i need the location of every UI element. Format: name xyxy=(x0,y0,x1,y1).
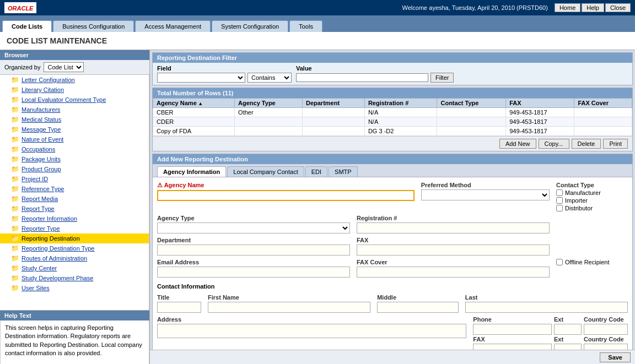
col-department[interactable]: Department xyxy=(302,99,364,108)
registration-input[interactable] xyxy=(357,222,550,233)
tree-item[interactable]: 📁Product Group xyxy=(0,164,149,174)
filter-body: Field Agency Name Agency Type Department… xyxy=(153,63,632,85)
address-input[interactable] xyxy=(157,324,466,338)
department-input[interactable] xyxy=(157,245,350,256)
tree-item-label: Reporter Information xyxy=(21,215,77,222)
col-fax-cover[interactable]: FAX Cover xyxy=(574,99,632,108)
preferred-method-select[interactable] xyxy=(421,189,550,200)
tree-item[interactable]: 📁Reference Type xyxy=(0,184,149,194)
offline-checkbox[interactable] xyxy=(556,259,563,265)
fax-input[interactable] xyxy=(357,245,550,256)
tree-item[interactable]: 📁Reporter Information xyxy=(0,214,149,224)
cell-agency-type: Other xyxy=(235,108,303,117)
middle-input[interactable] xyxy=(377,302,459,313)
filter-value-input[interactable] xyxy=(296,73,428,82)
tab-edi[interactable]: EDI xyxy=(305,166,327,177)
filter-section: Reporting Destination Filter Field Agenc… xyxy=(152,52,633,85)
help-button[interactable]: Help xyxy=(582,3,604,12)
tree-item[interactable]: 📁Reporting Destination xyxy=(0,233,149,243)
value-col: Value Filter xyxy=(296,65,628,83)
tab-tools[interactable]: Tools xyxy=(289,20,322,32)
country-code-input[interactable] xyxy=(584,324,628,335)
manufacturer-checkbox[interactable] xyxy=(556,189,563,196)
cell-fax: 949-453-1817 xyxy=(506,108,574,117)
tree-item[interactable]: 📁Message Type xyxy=(0,124,149,134)
tree-item[interactable]: 📁Medical Status xyxy=(0,115,149,124)
phone-input[interactable] xyxy=(473,324,552,335)
tab-smtp[interactable]: SMTP xyxy=(329,166,358,177)
importer-checkbox[interactable] xyxy=(556,197,563,204)
home-button[interactable]: Home xyxy=(555,3,580,12)
ext-input[interactable] xyxy=(554,324,582,335)
first-name-input[interactable] xyxy=(208,302,370,313)
close-button[interactable]: Close xyxy=(605,3,631,12)
tab-local-company[interactable]: Local Company Contact xyxy=(227,166,304,177)
tree-item[interactable]: 📁Project ID xyxy=(0,174,149,184)
top-right: Welcome ayesha, Tuesday, April 20, 2010 … xyxy=(402,3,631,12)
title-input[interactable] xyxy=(157,302,201,313)
tree-item[interactable]: 📁Literary Citation xyxy=(0,85,149,95)
folder-icon: 📁 xyxy=(11,135,19,143)
tab-code-lists[interactable]: Code Lists xyxy=(2,20,52,32)
tree-item[interactable]: 📁Manufacturers xyxy=(0,105,149,115)
tree-item[interactable]: 📁Package Units xyxy=(0,154,149,164)
contains-select[interactable]: Contains Starts With Equals xyxy=(247,73,292,83)
tree-list: 📁Letter Configuration📁Literary Citation📁… xyxy=(0,75,149,310)
agency-name-input[interactable] xyxy=(157,190,415,201)
table-row[interactable]: CBER Other N/A 949-453-1817 xyxy=(153,108,632,117)
col-contact-type[interactable]: Contact Type xyxy=(437,99,506,108)
fax2-label: FAX xyxy=(473,336,552,343)
top-bar: ORACLE Welcome ayesha, Tuesday, April 20… xyxy=(0,0,635,15)
cell-fax: 949-453-1817 xyxy=(506,117,574,127)
col-agency-type[interactable]: Agency Type xyxy=(235,99,303,108)
organized-by-select[interactable]: Code List xyxy=(44,62,84,72)
tree-item[interactable]: 📁Study Development Phase xyxy=(0,273,149,283)
folder-icon: 📁 xyxy=(11,116,19,123)
welcome-text: Welcome ayesha, Tuesday, April 20, 2010 … xyxy=(402,4,548,11)
ext2-input[interactable] xyxy=(554,344,582,350)
tab-access-management[interactable]: Access Management xyxy=(135,20,211,32)
registration-group: Registration # xyxy=(357,215,550,233)
tree-item-label: Reporting Destination Type xyxy=(21,245,95,252)
tree-item[interactable]: 📁User Sites xyxy=(0,283,149,293)
country-code-label: Country Code xyxy=(584,316,628,323)
tree-item[interactable]: 📁Occupations xyxy=(0,144,149,154)
agency-type-select[interactable] xyxy=(157,222,350,233)
tree-item[interactable]: 📁Local Evaluator Comment Type xyxy=(0,95,149,105)
tree-item[interactable]: 📁Study Center xyxy=(0,263,149,273)
fax2-input[interactable] xyxy=(473,344,552,350)
tree-item[interactable]: 📁Reporting Destination Type xyxy=(0,243,149,253)
tree-item[interactable]: 📁Report Media xyxy=(0,194,149,204)
country-code2-input[interactable] xyxy=(584,344,628,350)
delete-button[interactable]: Delete xyxy=(572,139,601,149)
col-fax[interactable]: FAX xyxy=(506,99,574,108)
last-input[interactable] xyxy=(465,302,628,313)
tree-item[interactable]: 📁Nature of Event xyxy=(0,134,149,144)
add-new-body: ⚠ Agency Name Preferred Method xyxy=(153,177,632,350)
filter-button[interactable]: Filter xyxy=(430,73,454,83)
tab-business-config[interactable]: Business Configuration xyxy=(53,20,134,32)
save-button[interactable]: Save xyxy=(600,352,631,362)
phone-label: Phone xyxy=(473,316,552,323)
tree-item[interactable]: 📁Letter Configuration xyxy=(0,75,149,85)
col-registration[interactable]: Registration # xyxy=(364,99,437,108)
tab-agency-info[interactable]: Agency Information xyxy=(157,166,226,177)
folder-icon: 📁 xyxy=(11,175,19,183)
print-button[interactable]: Print xyxy=(603,139,628,149)
table-row[interactable]: Copy of FDA DG 3 -D2 949-453-1817 xyxy=(153,127,632,136)
field-select[interactable]: Agency Name Agency Type Department Regis… xyxy=(157,73,245,83)
tree-item[interactable]: 📁Report Type xyxy=(0,204,149,214)
distributor-checkbox[interactable] xyxy=(556,205,563,211)
email-input[interactable] xyxy=(157,267,350,278)
table-section: Total Number of Rows (11) Agency Name Ag… xyxy=(152,88,633,151)
title-group: Title xyxy=(157,294,201,313)
col-agency-name[interactable]: Agency Name xyxy=(153,99,235,108)
tab-system-config[interactable]: System Configuration xyxy=(212,20,288,32)
copy-button[interactable]: Copy... xyxy=(539,139,569,149)
tree-item[interactable]: 📁Routes of Administration xyxy=(0,253,149,263)
add-new-button[interactable]: Add New xyxy=(499,139,536,149)
fax-cover-input[interactable] xyxy=(357,267,550,278)
table-row[interactable]: CDER N/A 949-453-1817 xyxy=(153,117,632,127)
tree-item-label: Letter Configuration xyxy=(21,77,75,83)
tree-item[interactable]: 📁Reporter Type xyxy=(0,224,149,233)
